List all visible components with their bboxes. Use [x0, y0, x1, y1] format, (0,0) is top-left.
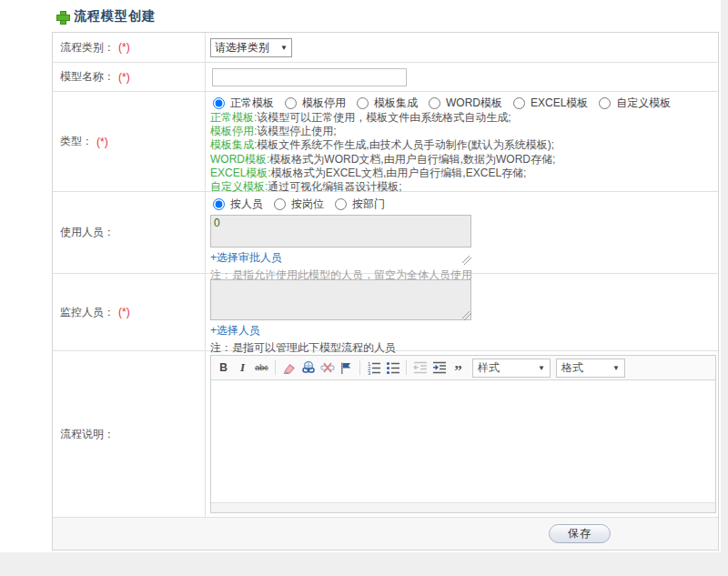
toolbar-separator	[406, 360, 407, 375]
required-mark: (*)	[96, 136, 108, 148]
description-label: 流程说明：	[60, 427, 115, 442]
italic-icon[interactable]: I	[234, 359, 251, 377]
anchor-flag-icon[interactable]	[338, 359, 355, 377]
strikethrough-icon[interactable]: abc	[253, 359, 270, 377]
required-mark: (*)	[118, 71, 130, 84]
required-mark: (*)	[118, 41, 130, 54]
radio-label[interactable]: 按部门	[352, 197, 385, 212]
category-select[interactable]: 请选择类别 ▼	[210, 38, 292, 57]
plus-icon	[56, 11, 68, 23]
chevron-down-icon: ▼	[280, 44, 288, 52]
radio-label[interactable]: 正常模板	[230, 96, 274, 111]
styles-combo-label: 样式	[478, 360, 500, 376]
link-icon[interactable]	[299, 359, 317, 377]
users-label-cell: 使用人员：	[53, 192, 206, 273]
monitors-textarea[interactable]	[210, 279, 471, 320]
radio-label[interactable]: 自定义模板	[616, 96, 671, 111]
chevron-down-icon: ▼	[612, 364, 620, 372]
format-combo[interactable]: 格式 ▼	[556, 359, 625, 378]
radio-by-person[interactable]	[213, 198, 225, 210]
type-label-cell: 类型： (*)	[53, 92, 206, 191]
unlink-icon[interactable]	[318, 359, 336, 377]
page-header: 流程模型创建	[56, 8, 156, 25]
chevron-down-icon: ▼	[538, 364, 545, 372]
monitors-label: 监控人员：	[60, 305, 115, 320]
users-radio-group: 按人员 按岗位 按部门	[206, 197, 718, 212]
type-desc-line: EXCEL模板:模板格式为EXCEL文档,由用户自行编辑,EXCEL存储;	[206, 167, 718, 180]
radio-custom-template[interactable]	[599, 97, 611, 109]
richtext-editor: B I abc	[210, 355, 716, 513]
radio-template-disabled[interactable]	[285, 97, 297, 109]
description-field-cell: B I abc	[206, 351, 718, 517]
required-mark: (*)	[118, 306, 130, 318]
radio-label[interactable]: 按岗位	[291, 197, 324, 212]
radio-label[interactable]: 模板集成	[374, 96, 418, 111]
radio-by-position[interactable]	[274, 198, 286, 210]
users-label: 使用人员：	[60, 225, 115, 240]
type-desc-line: 模板停用:该模型停止使用;	[206, 125, 718, 138]
radio-label[interactable]: 按人员	[230, 197, 263, 212]
model-name-label: 模型名称：	[60, 69, 115, 85]
row-category: 流程类别： (*) 请选择类别 ▼	[53, 33, 718, 63]
editor-status-bar	[211, 502, 715, 512]
bold-icon[interactable]: B	[215, 359, 232, 377]
category-field-cell: 请选择类别 ▼	[206, 33, 718, 62]
radio-by-department[interactable]	[335, 198, 347, 210]
outdent-icon[interactable]	[411, 359, 429, 377]
indent-icon[interactable]	[430, 359, 448, 377]
type-radio-group: 正常模板 模板停用 模板集成 WORD模板 EXCEL模板 自定义模板	[206, 96, 718, 111]
category-select-value: 请选择类别	[215, 40, 269, 56]
process-model-form: 流程类别： (*) 请选择类别 ▼ 模型名称： (*) 类型：	[52, 32, 719, 551]
select-approvers-link[interactable]: +选择审批人员	[210, 250, 282, 266]
model-name-label-cell: 模型名称： (*)	[53, 63, 206, 91]
users-textarea[interactable]: 0	[210, 215, 471, 248]
row-users: 使用人员： 按人员 按岗位 按部门 0 +选择审批人员 注：是指允许使用此模型的…	[53, 192, 718, 274]
format-combo-label: 格式	[561, 360, 583, 376]
type-label: 类型：	[60, 134, 93, 149]
svg-text:3: 3	[368, 370, 371, 376]
category-label-cell: 流程类别： (*)	[53, 33, 206, 62]
page-title: 流程模型创建	[74, 8, 156, 25]
type-desc-line: 正常模板:该模型可以正常使用，模板文件由系统格式自动生成;	[206, 111, 718, 125]
category-label: 流程类别：	[60, 40, 115, 56]
resize-grip-icon[interactable]	[462, 256, 471, 265]
radio-template-integrated[interactable]	[357, 97, 369, 109]
content-panel: 流程模型创建 流程类别： (*) 请选择类别 ▼ 模型名称： (*)	[0, 0, 721, 552]
blockquote-icon[interactable]: ”	[450, 359, 467, 377]
description-label-cell: 流程说明：	[53, 351, 206, 517]
row-description: 流程说明： B I abc	[53, 351, 718, 518]
resize-grip-icon[interactable]	[462, 311, 471, 320]
radio-excel-template[interactable]	[513, 97, 525, 109]
radio-label[interactable]: WORD模板	[446, 96, 502, 111]
form-footer: 保存	[53, 518, 718, 550]
radio-label[interactable]: 模板停用	[302, 96, 346, 111]
styles-combo[interactable]: 样式 ▼	[472, 359, 551, 378]
type-desc-line: 模板集成:模板文件系统不作生成,由技术人员手动制作(默认为系统模板);	[206, 138, 718, 152]
row-type: 类型： (*) 正常模板 模板停用 模板集成 WORD模板 EXCEL模板 自定…	[53, 92, 718, 192]
monitors-field-cell: +选择人员 注：是指可以管理此下模型流程的人员	[206, 274, 718, 350]
toolbar-separator	[275, 360, 276, 375]
users-field-cell: 按人员 按岗位 按部门 0 +选择审批人员 注：是指允许使用此模型的人员，留空为…	[206, 192, 718, 273]
model-name-input[interactable]	[212, 68, 407, 86]
editor-toolbar: B I abc	[211, 356, 715, 380]
radio-word-template[interactable]	[429, 97, 440, 109]
remove-format-icon[interactable]	[280, 359, 298, 377]
radio-normal-template[interactable]	[213, 97, 225, 109]
save-button[interactable]: 保存	[549, 524, 611, 543]
editor-content-area[interactable]	[211, 380, 715, 502]
select-persons-link[interactable]: +选择人员	[210, 323, 260, 339]
row-monitors: 监控人员： (*) +选择人员 注：是指可以管理此下模型流程的人员	[53, 274, 718, 351]
radio-label[interactable]: EXCEL模板	[531, 96, 588, 111]
monitors-label-cell: 监控人员： (*)	[53, 274, 206, 350]
type-desc-line: WORD模板:模板格式为WORD文档,由用户自行编辑,数据为WORD存储;	[206, 153, 718, 167]
row-model-name: 模型名称： (*)	[53, 63, 718, 92]
toolbar-separator	[359, 360, 360, 375]
numbered-list-icon[interactable]: 123	[365, 359, 382, 377]
model-name-field-cell	[206, 63, 718, 91]
type-field-cell: 正常模板 模板停用 模板集成 WORD模板 EXCEL模板 自定义模板 正常模板…	[206, 92, 718, 191]
bulleted-list-icon[interactable]	[384, 359, 401, 377]
